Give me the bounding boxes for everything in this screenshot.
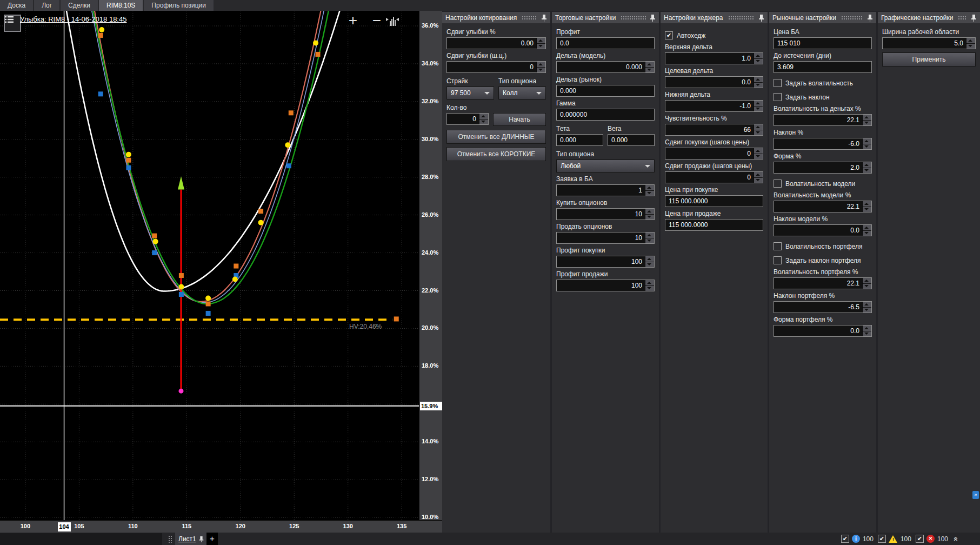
spin-up-icon[interactable] [754,148,763,154]
spin-down-icon[interactable] [863,121,871,126]
spinner-buttons[interactable] [754,148,763,159]
days-to-expiry-input[interactable]: 3.609 [774,61,872,73]
panel-header[interactable]: Настройки хеджера [661,12,768,23]
spinner-buttons[interactable] [754,77,763,88]
drag-grip-icon[interactable] [621,16,646,21]
spin-down-icon[interactable] [645,215,654,220]
ba-price-input[interactable]: 115 010 [774,37,872,49]
pin-icon[interactable] [758,14,764,22]
spinner-buttons[interactable] [536,38,545,49]
gamma-input[interactable]: 0.000000 [556,109,655,121]
sheet-scrollbar[interactable] [0,533,162,545]
spin-up-icon[interactable] [645,256,654,262]
pin-icon[interactable] [650,14,656,22]
spin-down-icon[interactable] [863,308,871,313]
spin-down-icon[interactable] [537,44,545,49]
delta-market-input[interactable]: 0.000 [556,85,655,97]
model-volatility-checkbox[interactable]: Волатильность модели [774,180,872,188]
pin-icon[interactable] [199,536,204,542]
spinner-buttons[interactable] [862,162,871,173]
buy-shift-steps-input[interactable]: 0 [665,148,763,159]
tab-deals[interactable]: Сделки [61,0,98,11]
drag-grip-icon[interactable] [841,16,863,21]
smile-chart[interactable]: Улыбка: RIM8 - 14-06-2018 18:45 + − HV:2… [0,11,419,520]
autohedge-checkbox[interactable]: ✔Автохедж [665,31,763,39]
spinner-buttons[interactable] [754,101,763,111]
spin-down-icon[interactable] [645,68,654,73]
tab-position-profile[interactable]: Профиль позиции [144,0,214,11]
spin-up-icon[interactable] [537,38,545,43]
pin-icon[interactable] [541,14,547,22]
cancel-all-short-button[interactable]: Отменить все КОРОТКИЕ [446,147,546,161]
work-area-width-input[interactable]: 5.0 [882,37,976,49]
spinner-buttons[interactable] [754,53,763,64]
pin-icon[interactable] [971,14,977,22]
spin-down-icon[interactable] [754,178,763,183]
spinner-buttons[interactable] [862,201,871,212]
vega-input[interactable]: 0.000 [608,134,655,146]
spin-up-icon[interactable] [754,101,763,106]
spin-down-icon[interactable] [645,262,654,268]
target-delta-input[interactable]: 0.0 [665,76,763,88]
spin-up-icon[interactable] [863,278,871,283]
set-volatility-checkbox[interactable]: Задать волатильность [774,79,872,87]
spin-up-icon[interactable] [863,325,871,331]
set-slope-checkbox[interactable]: Задать наклон [774,93,872,101]
slope-input[interactable]: -6.0 [774,138,872,150]
drag-grip-icon[interactable] [522,16,537,21]
spin-down-icon[interactable] [863,231,871,236]
sensitivity-input[interactable]: 66 [665,124,763,136]
buy-options-input[interactable]: 10 [556,208,655,220]
tab-board[interactable]: Доска [0,0,33,11]
spin-up-icon[interactable] [754,77,763,82]
portfolio-volatility-pct-input[interactable]: 22.1 [774,277,872,289]
spin-down-icon[interactable] [754,83,763,88]
spin-down-icon[interactable] [863,284,871,289]
drag-grip-icon[interactable] [958,16,967,21]
spin-up-icon[interactable] [863,115,871,120]
smile-shift-steps-input[interactable]: 0 [446,61,546,73]
spin-down-icon[interactable] [537,68,545,73]
start-button[interactable]: Начать [493,113,546,126]
spin-up-icon[interactable] [863,201,871,207]
spin-up-icon[interactable] [645,185,654,190]
drag-grip-icon[interactable] [728,16,755,21]
spinner-buttons[interactable] [862,325,871,336]
model-slope-input[interactable]: 0.0 [774,224,872,236]
chart-title-link[interactable]: Улыбка: RIM8 - 14-06-2018 18:45 [20,15,126,23]
spin-up-icon[interactable] [754,124,763,130]
info-filter-checkbox[interactable]: ✔ [841,535,849,543]
shape-input[interactable]: 2.0 [774,162,872,174]
sell-options-input[interactable]: 10 [556,232,655,244]
spin-up-icon[interactable] [863,302,871,307]
spin-down-icon[interactable] [754,107,763,112]
spin-down-icon[interactable] [966,44,975,49]
pin-icon[interactable] [867,14,873,22]
portfolio-volatility-checkbox[interactable]: Волатильность портфеля [774,242,872,250]
cancel-all-long-button[interactable]: Отменить все ДЛИННЫЕ [446,130,546,144]
panel-header[interactable]: Графические настройки [878,12,980,23]
sheet-tab-list1[interactable]: Лист1 [175,533,208,545]
spin-up-icon[interactable] [966,38,975,43]
set-portfolio-slope-checkbox[interactable]: Задать наклон портфеля [774,256,872,264]
strike-select[interactable]: 97 500 [446,87,494,99]
spin-down-icon[interactable] [863,207,871,212]
upper-delta-input[interactable]: 1.0 [665,52,763,64]
warning-filter-checkbox[interactable]: ✔ [878,535,886,543]
spin-up-icon[interactable] [645,232,654,238]
spinner-buttons[interactable] [754,172,763,183]
zoom-out-button[interactable]: − [369,11,385,30]
spinner-buttons[interactable] [536,62,545,72]
sell-shift-steps-input[interactable]: 0 [665,171,763,183]
spin-up-icon[interactable] [863,138,871,144]
chart-menu-button[interactable] [4,15,21,32]
portfolio-shape-input[interactable]: 0.0 [774,325,872,337]
spin-up-icon[interactable] [645,209,654,214]
spinner-buttons[interactable] [645,256,654,267]
spin-down-icon[interactable] [479,119,488,125]
spin-up-icon[interactable] [479,114,488,119]
spin-up-icon[interactable] [645,62,654,67]
spinner-buttons[interactable] [645,62,654,72]
spinner-buttons[interactable] [754,124,763,135]
panel-header[interactable]: Настройки котирования [442,12,550,23]
